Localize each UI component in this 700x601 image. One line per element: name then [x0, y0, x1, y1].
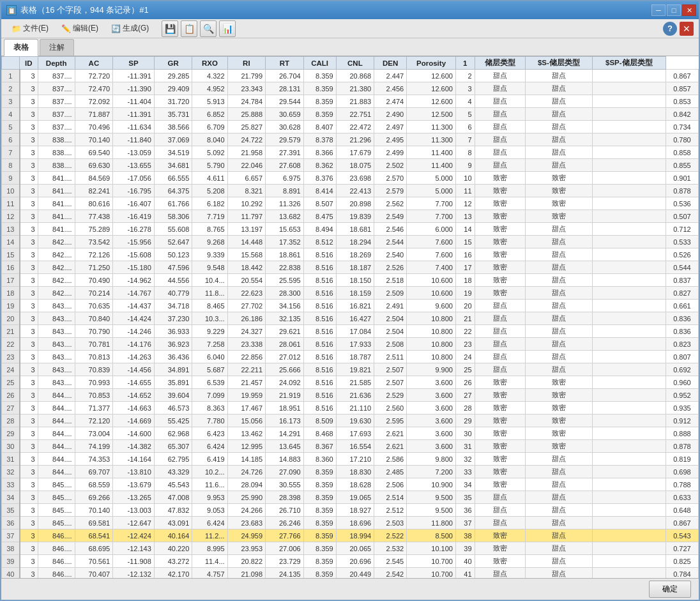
table-cell: 846....: [38, 529, 75, 542]
table-cell: 8.516: [303, 248, 336, 261]
row-number: 13: [2, 223, 20, 236]
row-number: 20: [2, 312, 20, 325]
row-number: 27: [2, 402, 20, 415]
table-cell: 甜点: [475, 312, 526, 325]
table-cell: 50.123: [154, 248, 192, 261]
table-cell: 843....: [38, 312, 75, 325]
table-cell: 841....: [38, 210, 75, 223]
table-cell: 8.376: [303, 172, 336, 185]
table-body: 13837....72.720-11.39129.2854.32221.7992…: [2, 70, 699, 579]
table-cell: 3.600: [407, 389, 456, 402]
table-cell: 5.000: [407, 185, 456, 197]
col-cali: CALI: [303, 57, 336, 70]
table-cell: 0.788: [666, 478, 698, 491]
toolbar-save-btn[interactable]: 💾: [162, 20, 178, 37]
table-cell: -14.962: [113, 274, 155, 287]
table-cell: [592, 82, 666, 95]
row-number: 23: [2, 351, 20, 363]
table-cell: 4: [455, 95, 475, 108]
table-cell: 22.413: [336, 185, 374, 197]
table-cell: 43.091: [154, 517, 192, 529]
table-cell: [592, 415, 666, 427]
table-cell: 3.600: [407, 415, 456, 427]
table-cell: 2.621: [374, 440, 407, 453]
table-cell: 14.883: [266, 453, 304, 466]
table-cell: 致密: [475, 453, 526, 466]
table-cell: 80.616: [75, 197, 113, 210]
table-cell: 0.858: [666, 146, 698, 159]
table-cell: 75.289: [75, 223, 113, 236]
table-cell: -15.180: [113, 261, 155, 274]
toolbar-close-button[interactable]: ✕: [680, 22, 694, 36]
file-icon: 📁: [11, 24, 21, 33]
table-cell: [592, 121, 666, 133]
menu-generate[interactable]: 🔄 生成(G): [106, 21, 154, 36]
table-cell: 甜点: [475, 568, 526, 579]
table-cell: 3: [20, 223, 38, 236]
table-cell: 22.046: [227, 159, 266, 172]
table-cell: -16.407: [113, 197, 155, 210]
table-cell: 24.092: [266, 376, 304, 389]
close-button[interactable]: ✕: [682, 4, 696, 16]
table-cell: 3.600: [407, 376, 456, 389]
content-area: ID Depth AC SP GR RXO RI RT CALI CNL DEN…: [1, 56, 699, 578]
row-number: 3: [2, 95, 20, 108]
table-cell: 2.504: [374, 325, 407, 338]
table-row: 363845....69.581-12.64743.0916.42423.683…: [2, 517, 699, 529]
table-cell: 9.500: [407, 491, 456, 504]
table-cell: 甜点: [526, 82, 593, 95]
toolbar-copy-btn[interactable]: 📋: [181, 20, 197, 37]
table-cell: [592, 466, 666, 478]
table-cell: 20.554: [227, 274, 266, 287]
table-cell: 13.462: [227, 427, 266, 440]
table-cell: 18.861: [266, 248, 304, 261]
table-container[interactable]: ID Depth AC SP GR RXO RI RT CALI CNL DEN…: [1, 56, 699, 578]
table-cell: 甜点: [526, 338, 593, 351]
table-cell: 甜点: [526, 159, 593, 172]
minimize-button[interactable]: ─: [651, 4, 666, 16]
table-cell: 甜点: [475, 491, 526, 504]
table-cell: 34.718: [154, 300, 192, 312]
table-cell: 838....: [38, 159, 75, 172]
table-cell: 24.722: [227, 133, 266, 146]
table-cell: 21.585: [336, 376, 374, 389]
table-cell: [592, 248, 666, 261]
toolbar-chart-btn[interactable]: 📊: [219, 20, 236, 37]
table-row: 263844....70.853-14.65239.6047.09919.959…: [2, 389, 699, 402]
table-cell: -11.840: [113, 133, 155, 146]
table-cell: 9.548: [192, 261, 227, 274]
table-cell: 20.065: [336, 542, 374, 555]
toolbar-search-btn[interactable]: 🔍: [200, 20, 217, 37]
table-cell: 18.696: [336, 517, 374, 529]
table-cell: 2.497: [374, 121, 407, 133]
table-cell: 84.569: [75, 172, 113, 185]
table-cell: [592, 210, 666, 223]
help-button[interactable]: ?: [663, 22, 677, 36]
table-cell: 19.959: [227, 389, 266, 402]
table-cell: 841....: [38, 185, 75, 197]
tab-notes[interactable]: 注解: [40, 39, 74, 56]
table-cell: 24.959: [227, 529, 266, 542]
table-cell: 17.352: [266, 236, 304, 248]
table-cell: 20.868: [336, 70, 374, 82]
table-row: 223843....70.781-14.17636.9237.25823.338…: [2, 338, 699, 351]
tab-table[interactable]: 表格: [4, 39, 38, 56]
table-cell: 0.853: [666, 95, 698, 108]
menu-edit[interactable]: ✏️ 编辑(E): [56, 21, 103, 36]
table-cell: 8.359: [303, 95, 336, 108]
table-cell: 11.400: [407, 159, 456, 172]
table-cell: 10.3...: [192, 312, 227, 325]
table-cell: 3: [20, 236, 38, 248]
table-cell: 837....: [38, 95, 75, 108]
maximize-button[interactable]: □: [667, 4, 681, 16]
table-cell: 7.719: [192, 210, 227, 223]
table-cell: 844....: [38, 440, 75, 453]
menu-file[interactable]: 📁 文件(E): [6, 21, 54, 36]
table-cell: 846....: [38, 555, 75, 568]
table-cell: 致密: [526, 389, 593, 402]
table-cell: 10: [455, 172, 475, 185]
table-cell: [592, 478, 666, 491]
table-cell: 8.414: [303, 185, 336, 197]
table-cell: 844....: [38, 415, 75, 427]
confirm-button[interactable]: 确定: [649, 581, 691, 598]
